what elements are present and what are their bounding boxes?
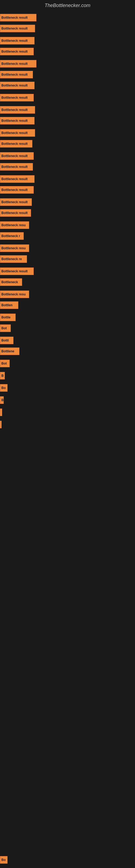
bar-rect: Bottleneck result [0, 129, 35, 137]
bar-label: B [1, 374, 4, 378]
bar-label: Bottleneck result [1, 131, 28, 135]
bar-item: Bottleneck result [0, 198, 32, 206]
bar-rect: Bot [0, 324, 11, 332]
bar-label: Bottleneck resu [1, 246, 26, 250]
bar-rect: Bottleneck result [0, 82, 35, 89]
bar-item: Bot [0, 324, 11, 332]
bar-label: Bottleneck result [1, 119, 28, 123]
bar-item: Bot [0, 360, 10, 367]
bar-item: Bottleneck r [0, 232, 24, 240]
site-title: TheBottlenecker.com [0, 0, 135, 10]
bar-label: Bottle [1, 315, 10, 319]
bar-rect: Bottleneck result [0, 71, 33, 79]
bar-item: Bottleneck [0, 278, 22, 286]
bar-item: Bottleneck result [0, 71, 33, 79]
bar-item: Bottleneck result [0, 14, 37, 22]
bar-label: Bottleneck result [1, 165, 28, 169]
bar-label: Bottleneck re [1, 257, 22, 261]
bar-item: Bottleneck result [0, 175, 35, 183]
bar-rect: Bottleneck result [0, 25, 35, 32]
bar-rect: Bottleneck result [0, 60, 37, 67]
bar-rect: Bottleneck [0, 278, 22, 286]
bar-item: Bottleneck result [0, 129, 35, 137]
bar-item: Bottleneck result [0, 37, 35, 44]
bar-label: Bot [1, 362, 7, 365]
bar-rect: Bottleneck result [0, 152, 34, 160]
bar-item: Bo [0, 384, 8, 392]
bar-item: Bottlene [0, 347, 19, 355]
bar-label: Bottleneck result [1, 142, 28, 146]
bar-item [0, 408, 2, 416]
bar-rect: Bottleneck r [0, 232, 24, 240]
bar-label: Bottleneck result [1, 177, 28, 181]
bar-item: Bottleneck result [0, 94, 34, 101]
bar-rect: Bottleneck resu [0, 290, 29, 298]
bar-rect: Bottle [0, 314, 16, 321]
bar-rect: Bottleneck result [0, 37, 35, 44]
bar-rect: Bot [0, 360, 10, 367]
bar-label: Bottleneck result [1, 154, 28, 158]
bar-item: Bottleneck result [0, 186, 34, 194]
bar-item: Bottleneck result [0, 268, 34, 275]
bar-label: Bottleneck resu [1, 223, 26, 227]
bar-label: Bottleneck result [1, 269, 28, 273]
bar-item: Bottleneck result [0, 152, 34, 160]
bar-rect: Bottleneck result [0, 94, 34, 101]
chart-container: Bottleneck resultBottleneck resultBottle… [0, 10, 135, 864]
bar-label: Bottleneck result [1, 39, 28, 42]
bar-label: Bottleneck result [1, 16, 28, 20]
bar-label: Bo [1, 386, 6, 390]
bar-rect: Bottleneck resu [0, 244, 29, 252]
bar-item: Bottleneck re [0, 255, 27, 263]
bar-rect: Bottleneck result [0, 198, 32, 206]
bar-rect: Bottleneck result [0, 268, 34, 275]
bar-rect: Bottleneck resu [0, 221, 29, 229]
bar-item: B [0, 372, 5, 379]
bar-label: Bottleneck result [1, 211, 28, 215]
bar-label: Bottleneck result [1, 62, 28, 66]
bar-rect: Bottlen [0, 301, 18, 309]
bar-label: Bottleneck result [1, 96, 28, 99]
bar-label: Bottleneck result [1, 188, 28, 192]
bar-item [0, 421, 2, 428]
bar-label: Bottleneck result [1, 50, 28, 54]
bar-rect: B [0, 372, 5, 379]
bar-label: Bottl [1, 339, 9, 342]
bar-item: Bottleneck result [0, 140, 32, 148]
bar-rect: Bottleneck result [0, 117, 35, 124]
bar-item: Bottlen [0, 301, 18, 309]
bar-item: Bo [0, 856, 8, 864]
bar-label: Bottlene [1, 349, 14, 353]
bar-item: Bottleneck result [0, 25, 35, 32]
bar-item: Bottleneck result [0, 106, 35, 114]
bar-item: Bottleneck result [0, 48, 34, 55]
bar-rect: Bo [0, 384, 8, 392]
bar-rect: Bottleneck result [0, 48, 34, 55]
bar-label: Bottleneck [1, 280, 18, 284]
bar-rect: Bottleneck result [0, 175, 35, 183]
bar-item: Bottleneck result [0, 82, 35, 89]
bar-item: Bottleneck result [0, 163, 33, 170]
bar-rect [0, 408, 2, 416]
bar-rect: Bottleneck result [0, 163, 33, 170]
bar-rect: Bottleneck result [0, 209, 31, 217]
bar-item: Bottl [0, 337, 13, 344]
bar-item: Bottleneck resu [0, 290, 29, 298]
bar-label: Bottleneck result [1, 73, 28, 76]
bar-rect: Bottleneck re [0, 255, 27, 263]
bar-item: Bottleneck resu [0, 244, 29, 252]
bar-item: B [0, 396, 4, 404]
bar-item: Bottleneck resu [0, 221, 29, 229]
bar-label: Bottlen [1, 303, 12, 307]
bar-label: Bot [1, 326, 7, 330]
bar-label: Bottleneck result [1, 84, 28, 87]
bar-label: B [1, 398, 4, 402]
bar-rect [0, 421, 2, 428]
bar-item: Bottle [0, 314, 16, 321]
bar-label: Bottleneck result [1, 108, 28, 112]
bar-rect: Bo [0, 856, 8, 864]
bar-item: Bottleneck result [0, 117, 35, 124]
bar-label: Bo [1, 858, 6, 862]
bar-label: Bottleneck resu [1, 292, 26, 296]
bar-rect: Bottlene [0, 347, 19, 355]
